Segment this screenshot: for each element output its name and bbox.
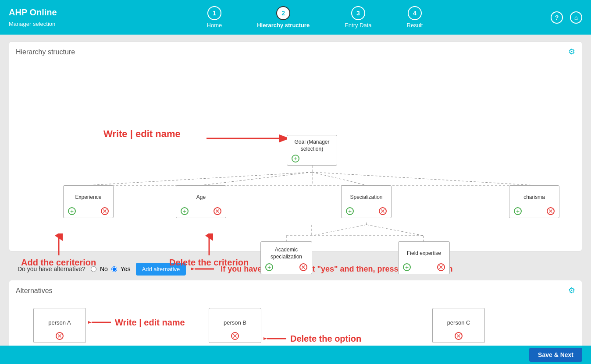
alt-node-person-c-actions: ✕: [435, 332, 482, 340]
app-title: AHP Online Manager selection: [9, 7, 79, 28]
field-expertise-delete-button[interactable]: ✕: [437, 263, 445, 271]
step-label-4: Result: [407, 22, 423, 28]
radio-group: No Yes: [91, 265, 131, 272]
hierarchy-card: Hierarchy structure ⚙: [9, 41, 582, 251]
goal-node-actions: +: [290, 155, 334, 163]
alt-node-person-a-label: person A: [48, 313, 71, 332]
experience-delete-button[interactable]: ✕: [101, 207, 109, 215]
field-expertise-add-button[interactable]: +: [403, 263, 411, 271]
step-label-3: Entry Data: [345, 22, 371, 28]
main-content: Hierarchy structure ⚙: [0, 35, 591, 364]
annotation-delete-criterion: Delete the criterion: [169, 233, 249, 268]
arrow-write-edit: [204, 130, 296, 147]
footer: Save & Next: [0, 346, 591, 364]
alt-node-person-b-label: person B: [224, 313, 246, 332]
alt-node-person-c: person C ✕: [432, 308, 485, 343]
nav-step-2[interactable]: 2 Hierarchy structure: [257, 6, 310, 28]
annotation-write-edit: Write | edit name: [103, 128, 181, 140]
specialization-add-button[interactable]: +: [346, 207, 354, 215]
charisma-add-button[interactable]: +: [514, 207, 522, 215]
step-circle-3: 3: [351, 6, 365, 20]
academic-spec-delete-button[interactable]: ✕: [299, 263, 307, 271]
alt-person-b-delete-button[interactable]: ✕: [231, 332, 239, 340]
experience-node-label: Experience: [75, 189, 101, 207]
field-expertise-node: Field expertise + ✕: [398, 241, 450, 274]
svg-line-12: [367, 225, 424, 236]
save-next-button[interactable]: Save & Next: [529, 348, 582, 362]
arrow-write-edit-alt: [88, 316, 112, 329]
delete-criterion-label: Delete the criterion: [169, 258, 249, 268]
arrow-add-up: [46, 233, 72, 258]
alt-person-a-delete-button[interactable]: ✕: [56, 332, 64, 340]
step-circle-1: 1: [207, 6, 221, 20]
nav-step-3[interactable]: 3 Entry Data: [345, 6, 371, 28]
alt-node-person-a-actions: ✕: [36, 332, 83, 340]
charisma-node: charisma + ✕: [509, 185, 559, 218]
specialization-node: Specialization + ✕: [341, 185, 392, 218]
charisma-node-label: charisma: [523, 189, 545, 207]
radio-yes[interactable]: [111, 266, 117, 272]
academic-spec-node: Academic specialization + ✕: [260, 241, 312, 274]
svg-line-1: [201, 172, 312, 185]
academic-spec-add-button[interactable]: +: [265, 263, 273, 271]
alternatives-card-title: Alternatives: [16, 287, 575, 295]
svg-line-3: [312, 172, 534, 185]
specialization-delete-button[interactable]: ✕: [379, 207, 387, 215]
annotation-add-criterion: Add the ceriterion: [21, 233, 96, 268]
academic-spec-node-actions: + ✕: [263, 263, 309, 271]
help-icon[interactable]: ?: [551, 11, 563, 24]
alternatives-settings-icon[interactable]: ⚙: [568, 286, 575, 295]
goal-node-label: Goal (Manager selection): [290, 139, 334, 155]
write-edit-alt-label: Write | edit name: [115, 318, 185, 328]
alternatives-area: person A ✕ Write | ed: [16, 299, 575, 352]
app-subtitle-text: Manager selection: [9, 21, 55, 27]
experience-node: Experience + ✕: [63, 185, 114, 218]
delete-option-label: Delete the option: [290, 334, 361, 344]
header-icons: ? ⌂: [551, 11, 582, 24]
hierarchy-settings-icon[interactable]: ⚙: [568, 47, 575, 57]
alt-node-person-a: person A ✕: [33, 308, 86, 343]
charisma-node-actions: + ✕: [512, 207, 556, 215]
radio-no-label: No: [100, 265, 108, 272]
hierarchy-tree-area: Write | edit name Goal (Manager selectio…: [16, 60, 575, 244]
nav-step-1[interactable]: 1 Home: [207, 6, 222, 28]
hierarchy-card-title: Hierarchy structure: [16, 48, 575, 56]
app-branding: AHP Online Manager selection: [9, 7, 79, 28]
age-delete-button[interactable]: ✕: [214, 207, 221, 215]
age-node-actions: + ✕: [179, 207, 223, 215]
step-label-1: Home: [207, 22, 222, 28]
svg-line-11: [312, 225, 367, 236]
specialization-node-label: Specialization: [350, 189, 382, 207]
annotation-delete-option: Delete the option: [263, 332, 361, 345]
charisma-delete-button[interactable]: ✕: [547, 207, 555, 215]
field-expertise-node-label: Field expertise: [407, 245, 441, 263]
goal-add-button[interactable]: +: [292, 155, 299, 163]
annotation-write-edit-alt: Write | edit name: [88, 316, 185, 329]
arrow-delete-option: [263, 332, 288, 345]
step-circle-4: 4: [408, 6, 422, 20]
experience-add-button[interactable]: +: [68, 207, 76, 215]
age-node: Age + ✕: [176, 185, 226, 218]
svg-line-0: [89, 172, 312, 185]
arrow-delete-up: [196, 233, 222, 258]
field-expertise-node-actions: + ✕: [401, 263, 447, 271]
app-title-text: AHP Online: [9, 7, 57, 17]
specialization-node-actions: + ✕: [344, 207, 388, 215]
academic-spec-node-label: Academic specialization: [263, 245, 309, 263]
alt-node-person-c-label: person C: [447, 313, 470, 332]
nav-steps: 1 Home 2 Hierarchy structure 3 Entry Dat…: [79, 6, 551, 28]
home-icon[interactable]: ⌂: [570, 11, 582, 24]
alt-node-person-b: person B ✕: [209, 308, 261, 343]
step-circle-2: 2: [276, 6, 290, 20]
alt-node-person-b-actions: ✕: [212, 332, 258, 340]
experience-node-actions: + ✕: [66, 207, 110, 215]
radio-yes-label: Yes: [121, 265, 131, 272]
nav-step-4[interactable]: 4 Result: [407, 6, 423, 28]
age-node-label: Age: [196, 189, 206, 207]
step-label-2: Hierarchy structure: [257, 22, 310, 28]
goal-node: Goal (Manager selection) +: [287, 135, 337, 166]
age-add-button[interactable]: +: [181, 207, 189, 215]
header: AHP Online Manager selection 1 Home 2 Hi…: [0, 0, 591, 35]
alt-person-c-delete-button[interactable]: ✕: [455, 332, 463, 340]
add-criterion-label: Add the ceriterion: [21, 258, 96, 268]
